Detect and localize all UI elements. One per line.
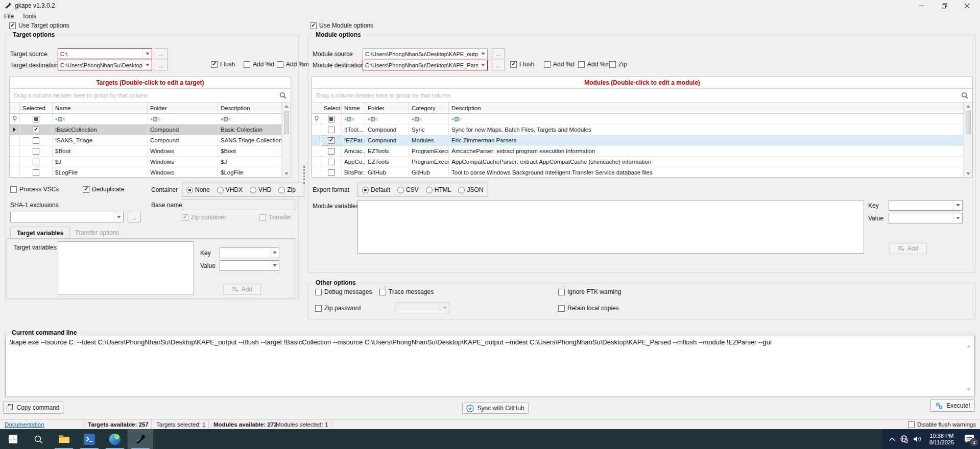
module-destination-browse-button[interactable]: ... (492, 60, 505, 70)
module-source-dropdown[interactable] (478, 49, 487, 59)
scroll-thumb[interactable] (284, 111, 289, 134)
cell-category[interactable]: Modules (409, 135, 449, 146)
module-row-ezparser[interactable]: ✓ !EZPar... Compound Modules Eric Zimmer… (312, 135, 964, 146)
disable-flush-checkbox[interactable]: ✓ (908, 421, 915, 428)
filter-name-cell[interactable]: ABC (342, 114, 365, 124)
cell-name[interactable]: !EZPar... (342, 135, 365, 146)
module-destination-combo[interactable]: C:\Users\PhongNhanSu\Desktop\KAPE_Parsed (363, 60, 488, 70)
use-module-options[interactable]: ✓ Use Module options (310, 22, 373, 29)
target-row-j[interactable]: ✓ $J Windows $J (10, 157, 282, 167)
module-flush-option[interactable]: ✓ Flush (510, 61, 534, 68)
taskbar-clock[interactable]: 10:38 PM 8/11/2025 (929, 433, 954, 446)
tray-chevron-up-icon[interactable] (889, 437, 895, 441)
filter-select-cell[interactable] (321, 114, 342, 124)
cell-description[interactable]: AmcacheParser: extract program execution… (449, 146, 964, 157)
use-target-checkbox[interactable]: ✓ (9, 22, 16, 29)
container-none-radio[interactable] (186, 187, 193, 193)
modules-header-row[interactable]: Select... Name Folder Category Descripti… (312, 103, 964, 114)
process-vscs-checkbox[interactable]: ✓ (10, 186, 17, 193)
row-checkbox[interactable]: ✓ (33, 148, 39, 155)
retain-local-copies-option[interactable]: ✓ Retain local copies (558, 305, 619, 312)
sha1-browse-button[interactable]: ... (128, 212, 141, 222)
target-source-dropdown[interactable] (142, 49, 152, 59)
target-add-button[interactable]: Add (223, 284, 261, 295)
module-row-bitsparser[interactable]: ✓ BitsPar... GitHub GitHub Tool to parse… (312, 167, 964, 178)
cell-name[interactable]: $LogFile (53, 167, 148, 178)
cell-name[interactable]: $Boot (53, 146, 148, 157)
cell-folder[interactable]: Compound (148, 124, 218, 135)
network-globe-icon[interactable] (900, 435, 909, 443)
module-add-button[interactable]: Add (889, 243, 927, 254)
ignore-ftk-option[interactable]: ✓ Ignore FTK warning (558, 288, 621, 295)
retain-local-copies-checkbox[interactable]: ✓ (558, 305, 565, 312)
row-checkbox-cell[interactable]: ✓ (20, 135, 53, 146)
row-checkbox[interactable]: ✓ (33, 127, 39, 133)
row-checkbox-cell[interactable]: ✓ (321, 157, 342, 167)
row-checkbox[interactable]: ✓ (328, 148, 334, 155)
zip-password-checkbox[interactable]: ✓ (315, 305, 322, 312)
cell-name[interactable]: $J (53, 157, 148, 167)
container-vhdx-radio[interactable] (217, 187, 224, 193)
row-checkbox-cell[interactable]: ✓ (321, 124, 342, 135)
column-header-name[interactable]: Name (342, 103, 365, 114)
module-source-browse-button[interactable]: ... (492, 48, 505, 59)
targets-filter-row[interactable]: ABC ABC ABC (10, 114, 282, 124)
module-row-amcache[interactable]: ✓ Amcac... EZTools ProgramExecution Amca… (312, 146, 964, 157)
filter-description-cell[interactable]: ABC (449, 114, 964, 124)
target-row-basiccollection[interactable]: ✓ !BasicCollection Compound Basic Collec… (10, 124, 282, 135)
cell-description[interactable]: $Boot (218, 146, 282, 157)
row-checkbox[interactable]: ✓ (33, 169, 39, 176)
cell-description[interactable]: Tool to parse Windows Background Intelli… (449, 167, 964, 178)
target-source-browse-button[interactable]: ... (155, 48, 168, 59)
targets-header-row[interactable]: Selected Name Folder Description (10, 103, 282, 114)
scroll-thumb[interactable] (966, 111, 971, 134)
column-header-description[interactable]: Description (449, 103, 964, 114)
action-center-button[interactable]: 2 (964, 434, 975, 444)
tab-target-variables[interactable]: Target variables (10, 227, 70, 239)
row-checkbox-cell[interactable]: ✓ (20, 146, 53, 157)
row-checkbox-cell[interactable]: ✓ (20, 124, 53, 135)
filter-selected-cell[interactable] (20, 114, 53, 124)
module-key-combo[interactable] (889, 200, 963, 211)
deduplicate-checkbox[interactable]: ✓ (83, 186, 89, 193)
taskbar-edge[interactable] (102, 429, 128, 449)
targets-scrollbar[interactable] (282, 103, 291, 177)
cell-folder[interactable]: EZTools (365, 157, 409, 167)
module-add-d-checkbox[interactable]: ✓ (544, 61, 551, 68)
use-module-checkbox[interactable]: ✓ (310, 22, 317, 29)
column-header-select[interactable]: Select... (321, 103, 342, 114)
module-key-dropdown[interactable] (953, 201, 962, 210)
command-scroll-down-icon[interactable] (967, 391, 971, 398)
target-value-dropdown[interactable] (270, 261, 279, 270)
cell-folder[interactable]: Compound (365, 135, 409, 146)
restore-button[interactable] (933, 0, 955, 11)
cell-description[interactable]: Basic Collection (218, 124, 282, 135)
target-row-boot[interactable]: ✓ $Boot Windows $Boot (10, 146, 282, 157)
module-value-combo[interactable] (889, 213, 963, 223)
row-checkbox[interactable]: ✓ (33, 159, 39, 165)
column-header-selected[interactable]: Selected (20, 103, 53, 114)
tab-transfer-options[interactable]: Transfer options (69, 227, 125, 239)
target-row-logfile[interactable]: ✓ $LogFile Windows $LogFile (10, 167, 282, 178)
module-add-m-option[interactable]: ✓ Add %m (578, 61, 610, 68)
module-zip-option[interactable]: ✓ Zip (609, 61, 627, 68)
target-flush-option[interactable]: ✓ Flush (211, 61, 235, 68)
module-row-toolsync[interactable]: ✓ !!Tool... Compound Sync Sync for new M… (312, 124, 964, 135)
menu-file[interactable]: File (4, 13, 14, 20)
deduplicate-option[interactable]: ✓ Deduplicate (83, 186, 124, 193)
cell-description[interactable]: Eric Zimmerman Parsers (449, 135, 964, 146)
target-add-m-checkbox[interactable]: ✓ (277, 61, 283, 68)
cell-category[interactable]: GitHub (409, 167, 449, 178)
export-json-radio[interactable] (458, 187, 465, 193)
row-checkbox-cell[interactable]: ✓ (20, 167, 53, 178)
command-scroll-up-icon[interactable] (967, 338, 971, 345)
modules-group-by-bar[interactable]: Drag a column header here to group by th… (312, 89, 972, 103)
zip-password-option[interactable]: ✓ Zip password (315, 305, 361, 312)
base-name-input[interactable] (182, 199, 295, 210)
target-destination-browse-button[interactable]: ... (155, 60, 168, 70)
cell-name[interactable]: AppCo... (342, 157, 365, 167)
target-source-combo[interactable]: C:\ (58, 48, 152, 59)
target-row-sans-triage[interactable]: ✓ !SANS_Triage Compound SANS Triage Coll… (10, 135, 282, 146)
target-add-d-option[interactable]: ✓ Add %d (244, 61, 274, 68)
column-header-folder[interactable]: Folder (365, 103, 409, 114)
